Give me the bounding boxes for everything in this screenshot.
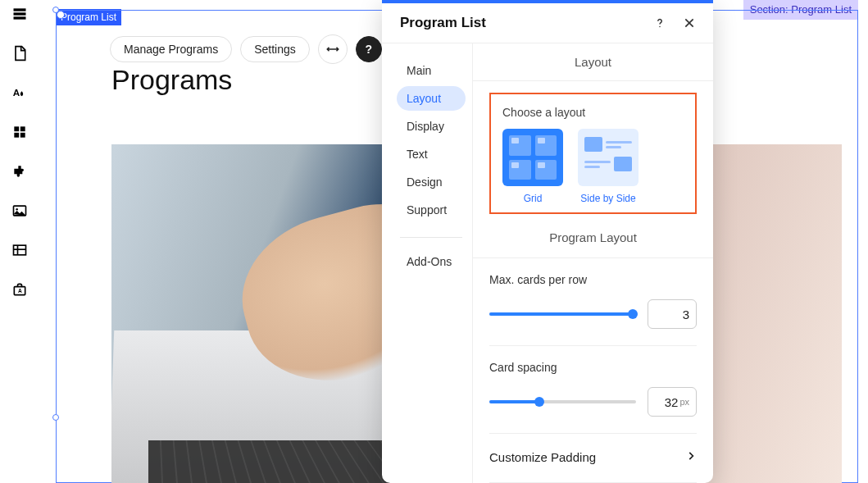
nav-layout[interactable]: Layout (397, 86, 466, 111)
svg-point-9 (16, 208, 18, 211)
svg-text:A: A (18, 288, 22, 294)
panel-help-icon[interactable] (652, 16, 667, 30)
svg-point-15 (659, 26, 661, 28)
customize-padding-label: Customize Padding (489, 450, 596, 464)
svg-rect-4 (14, 126, 19, 131)
theme-icon[interactable]: A (11, 84, 29, 102)
layout-option-side[interactable]: Side by Side (578, 129, 639, 204)
page-icon[interactable] (11, 44, 29, 62)
left-rail: A A (0, 0, 39, 483)
media-icon[interactable] (11, 202, 29, 220)
choose-layout-box: Choose a layout Grid (489, 93, 697, 214)
panel-nav: Main Layout Display Text Design Support … (382, 43, 472, 483)
svg-rect-2 (14, 16, 26, 19)
max-cards-label: Max. cards per row (489, 273, 697, 286)
resize-handle-icon[interactable] (52, 414, 59, 421)
nav-addons[interactable]: Add-Ons (397, 249, 466, 274)
stretch-button[interactable] (318, 34, 348, 64)
card-spacing-control: Card spacing 32px (489, 346, 697, 434)
layout-option-side-label: Side by Side (580, 193, 635, 204)
grid-thumb-icon (502, 129, 563, 186)
resize-handle-icon[interactable] (52, 7, 59, 13)
nav-design[interactable]: Design (397, 170, 466, 194)
sections-icon[interactable] (11, 5, 29, 23)
settings-panel: Program List Main Layout Display Text De… (382, 0, 713, 483)
page-title: Programs (111, 64, 232, 96)
layout-option-grid[interactable]: Grid (502, 129, 563, 204)
element-toolbar: Manage Programs Settings ? (110, 34, 382, 64)
business-icon[interactable]: A (11, 280, 29, 298)
addons-icon[interactable] (11, 162, 29, 180)
nav-display[interactable]: Display (397, 114, 466, 139)
card-spacing-slider[interactable] (489, 396, 636, 408)
svg-rect-5 (20, 126, 25, 131)
max-cards-control: Max. cards per row 3 (489, 258, 697, 346)
card-spacing-value[interactable]: 32px (648, 387, 697, 417)
manage-programs-button[interactable]: Manage Programs (110, 36, 232, 62)
data-icon[interactable] (11, 241, 29, 259)
svg-rect-1 (14, 12, 26, 15)
nav-text[interactable]: Text (397, 142, 466, 166)
card-spacing-label: Card spacing (489, 361, 697, 374)
help-button[interactable]: ? (356, 36, 382, 62)
chevron-right-icon (685, 450, 697, 464)
max-cards-slider[interactable] (489, 308, 636, 320)
svg-rect-0 (14, 8, 26, 11)
nav-support[interactable]: Support (397, 198, 466, 222)
program-layout-title: Program Layout (473, 214, 713, 258)
choose-layout-label: Choose a layout (502, 106, 684, 119)
svg-rect-7 (20, 133, 25, 138)
apps-icon[interactable] (11, 123, 29, 141)
close-icon[interactable] (682, 16, 697, 30)
nav-main[interactable]: Main (397, 58, 466, 83)
customize-padding-row[interactable]: Customize Padding (489, 434, 697, 483)
panel-content: Layout Choose a layout Grid (472, 43, 713, 483)
nav-divider (400, 237, 462, 238)
max-cards-value[interactable]: 3 (648, 299, 697, 329)
section-layout-title: Layout (473, 43, 713, 81)
settings-button[interactable]: Settings (240, 36, 310, 62)
panel-header: Program List (382, 3, 713, 43)
svg-rect-6 (14, 133, 19, 138)
side-thumb-icon (578, 129, 639, 186)
layout-option-grid-label: Grid (524, 193, 543, 204)
svg-text:A: A (13, 87, 20, 98)
panel-title: Program List (400, 15, 486, 31)
